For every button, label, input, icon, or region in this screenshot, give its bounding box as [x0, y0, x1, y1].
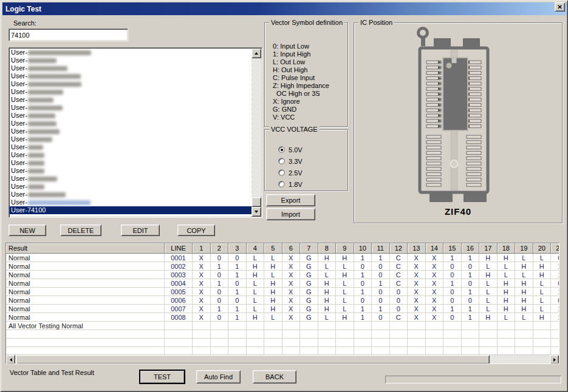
col-header-pin-13[interactable]: 13: [408, 243, 426, 254]
list-item[interactable]: User-: [10, 159, 251, 167]
col-header-pin-9[interactable]: 9: [336, 243, 354, 254]
cell-vector: [462, 339, 480, 347]
list-item[interactable]: User-: [10, 127, 251, 135]
back-button[interactable]: BACK: [253, 370, 296, 384]
list-item[interactable]: User-: [10, 56, 251, 64]
col-header-pin-20[interactable]: 20: [533, 243, 552, 254]
cell-vector: C: [390, 262, 408, 271]
cell-result: Normal: [6, 279, 165, 288]
list-item[interactable]: User-: [10, 151, 251, 159]
col-header-pin-8[interactable]: 8: [318, 243, 337, 254]
col-header-pin-10[interactable]: 10: [354, 243, 372, 254]
cell-result: Normal: [6, 288, 165, 296]
col-header-pin-3[interactable]: 3: [228, 243, 247, 254]
table-row[interactable]: Normal0003X01HLXGLH10CXX01HLLH1: [6, 271, 559, 279]
ic-position-groupbox: IC Position ZIF40: [354, 22, 563, 223]
col-header-pin-15[interactable]: 15: [443, 243, 462, 254]
title-bar[interactable]: Logic Test: [2, 2, 567, 15]
list-item[interactable]: User-: [10, 112, 251, 120]
vector-symbol-line: X: Ignore: [265, 98, 347, 106]
cell-vector: 0: [443, 313, 462, 322]
list-item[interactable]: User-: [10, 167, 251, 175]
table-row[interactable]: Normal0004X10LHXGHL01CXX10LHHL0: [6, 279, 559, 288]
cell-line: 0008: [165, 313, 193, 322]
edit-button[interactable]: EDIT: [121, 225, 160, 236]
list-item[interactable]: User-: [10, 175, 251, 183]
list-item[interactable]: User-: [10, 198, 251, 206]
table-row[interactable]: Normal0006X00LHXGHL000XX00LHHL0: [6, 296, 559, 305]
cell-vector: [390, 330, 408, 339]
table-row[interactable]: Normal0005X01LHXGHL100XX01LHHL1: [6, 288, 559, 296]
list-item[interactable]: User-: [10, 143, 251, 151]
vcc-option-3-3V[interactable]: 3.3V: [278, 157, 303, 165]
hscroll-thumb[interactable]: [16, 355, 490, 364]
col-header-pin-2[interactable]: 2: [211, 243, 229, 254]
cell-vector: 1: [228, 305, 247, 313]
vcc-option-5-0V[interactable]: 5.0V: [278, 146, 303, 154]
vcc-option-1-8V[interactable]: 1.8V: [278, 180, 303, 188]
col-header-pin-21[interactable]: 21: [551, 243, 559, 254]
table-empty-row[interactable]: [6, 330, 559, 339]
import-button[interactable]: Import: [266, 208, 315, 220]
col-header-pin-16[interactable]: 16: [462, 243, 480, 254]
table-row[interactable]: Normal0008X01HLXGLH10CXX01HLLH1: [6, 313, 559, 322]
copy-button[interactable]: COPY: [177, 225, 215, 236]
list-item[interactable]: User-: [10, 49, 251, 56]
cell-vector: 1: [372, 279, 390, 288]
col-header-pin-6[interactable]: 6: [282, 243, 301, 254]
table-row[interactable]: Normal0002X11HHXGLL00CXX00LLHH1: [6, 262, 559, 271]
cell-vector: [408, 339, 426, 347]
cell-vector: X: [193, 313, 211, 322]
list-item[interactable]: User-: [10, 183, 251, 191]
hscroll-left-button[interactable]: [6, 355, 15, 364]
cell-vector: [264, 330, 282, 339]
vcc-option-2-5V[interactable]: 2.5V: [278, 169, 303, 177]
delete-button[interactable]: DELETE: [60, 225, 101, 236]
table-row[interactable]: Normal0001X00LLXGHH11CXX11HHLL0: [6, 254, 559, 262]
col-header-pin-12[interactable]: 12: [390, 243, 408, 254]
list-item[interactable]: User-: [10, 72, 251, 80]
col-header-pin-14[interactable]: 14: [426, 243, 444, 254]
table-row[interactable]: Normal0007X11LHXGHL110XX11LHHL1: [6, 305, 559, 313]
cell-vector: L: [247, 296, 265, 305]
new-button[interactable]: NEW: [9, 225, 46, 236]
scroll-thumb[interactable]: [251, 197, 261, 207]
cell-vector: 1: [228, 262, 247, 271]
col-header-line[interactable]: LINE: [165, 243, 193, 254]
list-item[interactable]: User-: [10, 96, 251, 104]
list-item[interactable]: User-: [10, 191, 251, 198]
list-item-prefix: User-: [11, 151, 27, 158]
export-button[interactable]: Export: [266, 194, 315, 206]
table-empty-row[interactable]: [6, 339, 559, 347]
col-header-pin-5[interactable]: 5: [264, 243, 282, 254]
test-button[interactable]: TEST: [140, 370, 185, 384]
close-button[interactable]: ✕: [555, 2, 565, 12]
list-item[interactable]: User-: [10, 88, 251, 96]
cell-line: [165, 322, 193, 330]
auto-find-button[interactable]: Auto Find: [196, 370, 241, 384]
cell-vector: [533, 339, 552, 347]
col-header-pin-19[interactable]: 19: [515, 243, 533, 254]
list-item[interactable]: User-: [10, 64, 251, 72]
col-header-pin-18[interactable]: 18: [498, 243, 516, 254]
vector-symbol-line: V: VCC: [265, 113, 347, 121]
list-item[interactable]: User-: [10, 104, 251, 112]
list-item-selected[interactable]: User-74100: [10, 206, 251, 214]
col-header-result[interactable]: Result: [6, 243, 165, 254]
col-header-pin-4[interactable]: 4: [247, 243, 265, 254]
list-item[interactable]: User-: [10, 80, 251, 88]
col-header-pin-1[interactable]: 1: [193, 243, 211, 254]
col-header-pin-7[interactable]: 7: [300, 243, 318, 254]
table-summary-row[interactable]: All Vector Testing Normal: [6, 322, 559, 330]
cell-vector: [498, 322, 516, 330]
scroll-down-button[interactable]: [251, 207, 261, 217]
list-item[interactable]: User-: [10, 135, 251, 143]
col-header-pin-17[interactable]: 17: [479, 243, 498, 254]
col-header-pin-11[interactable]: 11: [372, 243, 390, 254]
list-item[interactable]: User-: [10, 120, 251, 127]
scroll-up-button[interactable]: [251, 49, 261, 58]
hscroll-right-button[interactable]: [550, 355, 559, 364]
table-hscrollbar[interactable]: [6, 354, 559, 363]
device-list-scrollbar[interactable]: [251, 49, 261, 217]
search-input[interactable]: [9, 29, 128, 41]
